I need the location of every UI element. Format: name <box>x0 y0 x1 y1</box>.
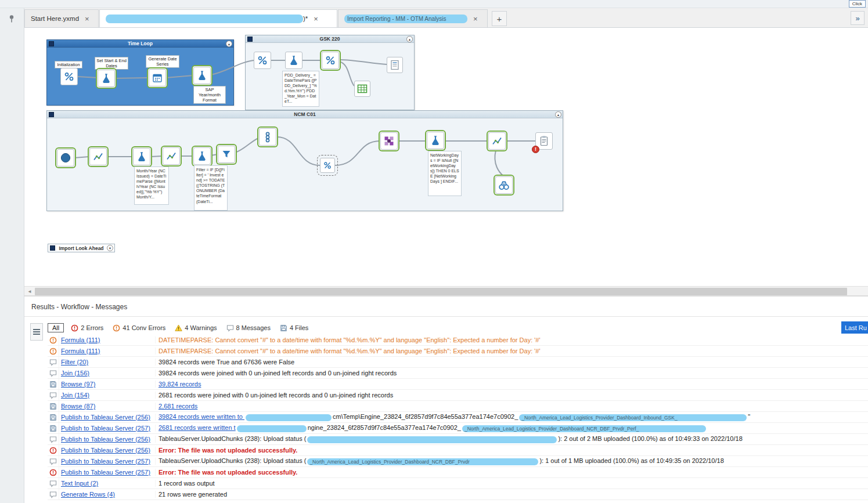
container-header[interactable]: GSK 220 ▲ <box>246 35 414 43</box>
tool-generate-date-series[interactable] <box>149 69 166 86</box>
tool-datetime-1[interactable] <box>254 52 271 69</box>
container-header[interactable]: Time Loop ▲ <box>47 40 233 48</box>
conv-icon <box>48 346 59 356</box>
tool-chart-3[interactable] <box>488 132 506 150</box>
expand-button[interactable]: ▼ <box>107 245 113 251</box>
message-row[interactable]: Publish to Tableau Server (256)Error: Th… <box>48 445 868 456</box>
tool-chart-2[interactable] <box>163 147 180 165</box>
warning-icon <box>175 324 182 332</box>
tool-link[interactable]: Join (156) <box>59 370 156 377</box>
tool-annotation-networking-days[interactable]: NetWorkingDays = IF IsNull ([NetWorkingD… <box>428 151 462 196</box>
tool-datetime-2[interactable] <box>322 52 339 69</box>
message-icon <box>48 390 59 400</box>
collapse-button[interactable]: ▲ <box>406 36 413 42</box>
message-row[interactable]: Text Input (2)1 record was output <box>48 478 868 489</box>
tool-datetime-3[interactable] <box>320 158 335 173</box>
tool-link[interactable]: Filter (20) <box>59 359 156 366</box>
tab-close-icon[interactable]: × <box>85 15 89 23</box>
tool-link[interactable]: Browse (97) <box>59 381 156 388</box>
tool-link[interactable]: Publish to Tableau Server (256) <box>59 436 156 443</box>
tool-join-multiple[interactable] <box>380 132 398 150</box>
tool-annotation-filter[interactable]: Filter = IF [D([Filter] = ' Invest end] … <box>194 165 228 211</box>
message-row[interactable]: Publish to Tableau Server (256)TableauSe… <box>48 434 868 445</box>
beaker-icon <box>430 135 441 146</box>
message-row[interactable]: Publish to Tableau Server (257)Error: Th… <box>48 467 868 478</box>
message-row[interactable]: Browse (97)39,824 records <box>48 379 868 390</box>
message-layout-button[interactable] <box>30 323 43 341</box>
tool-link[interactable]: Join (154) <box>59 392 156 399</box>
tool-report-output[interactable] <box>387 57 403 73</box>
message-row[interactable]: Generate Rows (4)21 rows were generated <box>48 489 868 500</box>
filter-warnings[interactable]: 4 Warnings <box>175 324 217 332</box>
message-row[interactable]: Formula (111)DATETIMEPARSE: Cannot conve… <box>48 335 868 346</box>
tool-link[interactable]: Publish to Tableau Server (257) <box>59 469 156 476</box>
message-row[interactable]: Publish to Tableau Server (257)TableauSe… <box>48 456 868 467</box>
tool-table-output[interactable] <box>354 81 370 97</box>
message-row[interactable]: Join (154)2681 records were joined with … <box>48 390 868 401</box>
left-rail <box>0 8 24 503</box>
tool-formula-networking-days[interactable] <box>427 132 444 149</box>
tool-formula-month-year[interactable] <box>133 148 150 165</box>
tool-unique[interactable] <box>259 128 276 146</box>
collapse-button[interactable]: ▲ <box>226 41 232 47</box>
tool-link[interactable]: Publish to Tableau Server (256) <box>59 447 156 454</box>
filter-errors[interactable]: 2 Errors <box>71 324 103 332</box>
tool-link[interactable]: Publish to Tableau Server (257) <box>59 425 156 432</box>
horizontal-scrollbar[interactable]: ◄ <box>24 286 868 296</box>
tool-formula-filter[interactable] <box>193 147 211 165</box>
tool-label-generate-series[interactable]: Generate Date Series <box>146 55 179 68</box>
tool-initialization-macro[interactable] <box>60 68 78 85</box>
document-icon <box>389 59 401 71</box>
tool-set-start-end-dates[interactable] <box>98 70 115 87</box>
container-header[interactable]: NCM C01 ▲ <box>47 111 563 118</box>
tool-annotation-month-year[interactable]: Month/Year (NC Issued) = DateTimeParse (… <box>134 167 169 205</box>
tab-active-redacted[interactable]: )* × <box>99 9 337 27</box>
tab-overflow-button[interactable]: » <box>851 11 865 25</box>
message-row[interactable]: Filter (20)39824 records were True and 6… <box>48 357 868 368</box>
message-row[interactable]: Browse (87)2,681 records <box>48 401 868 412</box>
tab-start-here[interactable]: Start Here.yxmd × <box>24 9 99 27</box>
tool-label-sap-format[interactable]: SAP Year/month Format <box>193 86 226 104</box>
tool-link[interactable]: Text Input (2) <box>59 480 156 487</box>
last-run-button[interactable]: Last Ru <box>841 321 868 334</box>
tool-sap-year-month-format[interactable] <box>193 67 211 84</box>
new-tab-button[interactable]: + <box>492 11 507 26</box>
filter-files[interactable]: 4 Files <box>280 324 308 332</box>
collapse-button[interactable]: ▲ <box>555 111 561 118</box>
tool-link[interactable]: Formula (111) <box>59 348 156 354</box>
container-ncm-c01[interactable]: NCM C01 ▲ <box>46 110 563 211</box>
tool-link[interactable]: Browse (87) <box>59 403 156 410</box>
workflow-canvas[interactable]: Time Loop ▲ GSK 220 ▲ NCM C01 ▲ Import L… <box>24 28 868 286</box>
filter-messages[interactable]: 8 Messages <box>226 324 271 332</box>
tool-link[interactable]: Publish to Tableau Server (256) <box>59 414 156 421</box>
tab-import-reporting[interactable]: Import Reporting - MM - OTM Analysis × <box>338 9 488 27</box>
tool-chart-1[interactable] <box>89 148 107 165</box>
tool-link[interactable]: Generate Rows (4) <box>59 491 156 498</box>
tool-annotation-pdd[interactable]: PDD_Delivery_ = DateTimePars ([PDD_Deliv… <box>282 71 319 107</box>
scrollbar-thumb[interactable] <box>35 288 847 295</box>
tool-input-data[interactable] <box>57 149 74 167</box>
tab-close-icon[interactable]: × <box>314 15 318 23</box>
filter-all-button[interactable]: All <box>48 323 64 332</box>
tool-label-set-dates[interactable]: Set Start & End Dates <box>95 57 128 70</box>
tool-formula-pdd[interactable] <box>285 52 302 69</box>
tool-link[interactable]: Publish to Tableau Server (257) <box>59 458 156 465</box>
message-row[interactable]: Formula (111)DATETIMEPARSE: Cannot conve… <box>48 346 868 357</box>
filter-conv-errors[interactable]: 41 Conv Errors <box>113 324 165 332</box>
results-panel: Results - Workflow - Messages All 2 Erro… <box>24 296 868 503</box>
tool-filter[interactable] <box>218 146 235 163</box>
tool-browse[interactable] <box>495 176 513 194</box>
message-row[interactable]: Join (156)39824 records were joined with… <box>48 368 868 379</box>
tool-publish-to-tableau[interactable]: ! <box>535 132 553 150</box>
container-import-look-ahead[interactable]: Import Look Ahead ▼ <box>48 244 115 252</box>
results-toolbar: All 2 Errors 41 Conv Errors 4 Warnings 8… <box>48 321 318 334</box>
message-row[interactable]: Publish to Tableau Server (257)2681 reco… <box>48 423 868 434</box>
tool-link[interactable]: Formula (111) <box>59 336 156 343</box>
click-button[interactable]: Click <box>849 0 866 8</box>
pin-icon[interactable] <box>7 14 17 24</box>
message-row[interactable]: Publish to Tableau Server (256)39824 rec… <box>48 412 868 423</box>
message-segment: Error: The file was not uploaded success… <box>159 447 297 454</box>
container-icon <box>50 245 55 251</box>
tab-close-icon[interactable]: × <box>473 15 478 23</box>
scroll-left-button[interactable]: ◄ <box>26 288 34 295</box>
